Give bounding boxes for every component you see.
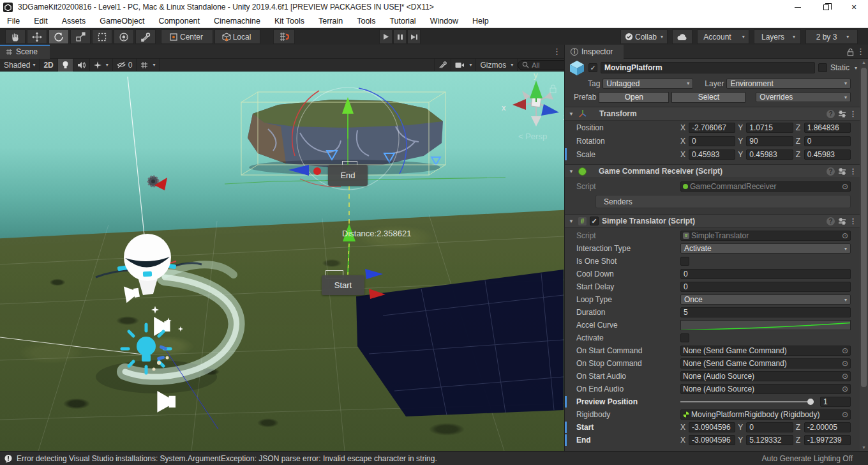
layout-dropdown[interactable]: 2 by 3 ▾: [805, 29, 858, 44]
layer-dropdown[interactable]: Environment▾: [726, 79, 851, 89]
restore-button[interactable]: [812, 0, 840, 14]
tag-dropdown[interactable]: Untagged▾: [602, 79, 693, 89]
activate-checkbox[interactable]: [680, 333, 689, 342]
menu-edit[interactable]: Edit: [27, 14, 55, 28]
gcr-script-field[interactable]: GameCommandReceiver ⊙: [680, 181, 851, 192]
gizmos-dropdown[interactable]: Gizmos ▾: [476, 59, 518, 72]
menu-file[interactable]: File: [0, 14, 27, 28]
help-icon[interactable]: ?: [827, 167, 835, 176]
help-icon[interactable]: ?: [827, 110, 835, 118]
menu-window[interactable]: Window: [423, 14, 465, 28]
space-toggle-button[interactable]: Local: [214, 29, 260, 44]
pivot-toggle-button[interactable]: Center: [161, 29, 213, 44]
custom-tool-icon[interactable]: [135, 29, 156, 44]
tab-scene[interactable]: Scene: [0, 45, 50, 59]
on-stop-command-field[interactable]: None (Send Game Command) ⊙: [680, 358, 851, 369]
static-checkbox[interactable]: [818, 63, 827, 72]
preview-position-slider[interactable]: [680, 401, 814, 402]
foldout-icon[interactable]: ▼: [569, 169, 575, 174]
shading-mode-dropdown[interactable]: Shaded ▾: [0, 59, 40, 72]
gizmo-z-cone[interactable]: [541, 104, 559, 116]
start-delay-field[interactable]: 0: [680, 282, 851, 292]
object-picker-icon[interactable]: ⊙: [842, 182, 848, 191]
scale-tool-icon[interactable]: [70, 29, 91, 44]
transform-tool-icon[interactable]: [114, 29, 134, 44]
menu-kit-tools[interactable]: Kit Tools: [267, 14, 311, 28]
component-enabled-checkbox[interactable]: ✓: [590, 217, 599, 225]
play-button[interactable]: [379, 29, 393, 44]
layers-dropdown[interactable]: Layers ▾: [754, 29, 801, 44]
prefab-overrides-dropdown[interactable]: Overrides▾: [756, 92, 851, 102]
prefab-open-button[interactable]: Open: [599, 92, 669, 103]
scene-effects-dropdown[interactable]: ▾: [90, 59, 113, 72]
on-start-audio-field[interactable]: None (Audio Source) ⊙: [680, 371, 851, 381]
menu-gameobject[interactable]: GameObject: [93, 14, 151, 28]
gameobject-name-field[interactable]: MovingPlatform: [601, 62, 815, 73]
scene-tab-menu-icon[interactable]: ⋮: [553, 47, 561, 56]
start-waypoint-label[interactable]: Start: [322, 275, 364, 295]
pause-button[interactable]: [393, 29, 407, 44]
end-z-field[interactable]: -1.997239: [804, 435, 851, 445]
menu-cinemachine[interactable]: Cinemachine: [207, 14, 267, 28]
scrollbar-thumb[interactable]: [861, 68, 867, 387]
start-y-field[interactable]: 0: [746, 422, 793, 432]
scene-viewport[interactable]: y x z End Distance:2.358621 Start < Pers…: [0, 72, 564, 451]
console-status-message[interactable]: Error detecting Visual Studio installati…: [17, 454, 437, 463]
scene-camera-dropdown[interactable]: ▾: [451, 59, 476, 72]
position-z-field[interactable]: 1.864836: [804, 123, 851, 133]
persp-label[interactable]: < Persp: [518, 132, 547, 141]
interaction-type-dropdown[interactable]: Activate▾: [680, 243, 851, 254]
menu-assets[interactable]: Assets: [55, 14, 93, 28]
inspector-tab-menu-icon[interactable]: ⋮: [857, 47, 865, 56]
tab-inspector[interactable]: i Inspector: [565, 45, 624, 59]
st-script-field[interactable]: # SimpleTranslator ⊙: [680, 231, 851, 241]
status-bar[interactable]: Error detecting Visual Studio installati…: [0, 451, 868, 465]
lock-icon[interactable]: [847, 48, 854, 56]
inspector-scrollbar[interactable]: ▲ ▼: [860, 59, 868, 451]
position-y-field[interactable]: 1.0715: [746, 123, 793, 133]
help-icon[interactable]: ?: [827, 217, 835, 225]
accel-curve-field[interactable]: [680, 320, 851, 330]
object-picker-icon[interactable]: ⊙: [842, 385, 848, 393]
scene-grid-dropdown[interactable]: ▾: [137, 59, 160, 72]
rotation-z-field[interactable]: 0: [804, 136, 851, 146]
collab-dropdown[interactable]: Collab ▾: [620, 29, 668, 44]
light-gizmo-icon[interactable]: [122, 324, 170, 373]
scale-z-field[interactable]: 0.45983: [804, 149, 851, 160]
presets-icon[interactable]: [838, 111, 846, 118]
menu-tutorial[interactable]: Tutorial: [382, 14, 423, 28]
close-button[interactable]: ×: [840, 0, 868, 14]
on-end-audio-field[interactable]: None (Audio Source) ⊙: [680, 384, 851, 394]
cloud-button[interactable]: [672, 29, 692, 44]
duration-field[interactable]: 5: [680, 307, 851, 317]
object-picker-icon[interactable]: ⊙: [842, 359, 848, 368]
scale-x-field[interactable]: 0.45983: [689, 149, 735, 160]
rect-tool-icon[interactable]: [92, 29, 112, 44]
step-button[interactable]: [407, 29, 421, 44]
scene-tools-button[interactable]: [434, 59, 451, 72]
move-tool-icon[interactable]: [27, 29, 47, 44]
on-start-command-field[interactable]: None (Send Game Command) ⊙: [680, 346, 851, 356]
prefab-select-button[interactable]: Select: [671, 92, 745, 103]
senders-list[interactable]: Senders: [595, 195, 851, 208]
active-checkbox[interactable]: ✓: [588, 63, 597, 72]
cool-down-field[interactable]: 0: [680, 269, 851, 279]
start-x-field[interactable]: -3.0904596: [689, 422, 735, 432]
object-picker-icon[interactable]: ⊙: [842, 231, 848, 240]
menu-terrain[interactable]: Terrain: [311, 14, 350, 28]
menu-dots-icon[interactable]: ⋮: [849, 110, 857, 118]
end-waypoint-label[interactable]: End: [328, 165, 368, 186]
minimize-button[interactable]: [784, 0, 812, 14]
menu-dots-icon[interactable]: ⋮: [849, 167, 857, 176]
game-command-receiver-header[interactable]: ▼ Game Command Receiver (Script) ? ⋮: [565, 164, 860, 178]
presets-icon[interactable]: [838, 218, 846, 225]
is-one-shot-checkbox[interactable]: [680, 257, 689, 266]
scroll-down-icon[interactable]: ▼: [861, 445, 867, 450]
transform-header[interactable]: ▼ Transform ? ⋮: [565, 107, 860, 121]
scale-y-field[interactable]: 0.45983: [746, 149, 793, 160]
foldout-icon[interactable]: ▼: [569, 111, 575, 117]
end-y-field[interactable]: 5.129332: [746, 435, 793, 445]
grid-snap-icon[interactable]: [273, 29, 295, 44]
rigidbody-field[interactable]: MovingPlatformRigidbody (Rigidbody) ⊙: [680, 409, 851, 420]
foldout-icon[interactable]: ▼: [569, 218, 575, 224]
